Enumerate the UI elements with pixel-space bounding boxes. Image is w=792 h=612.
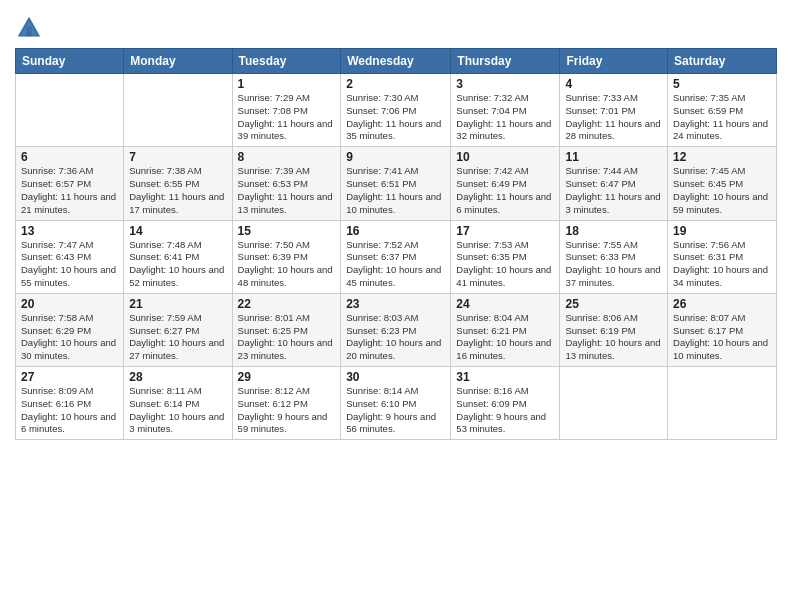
day-info: Sunrise: 8:07 AM Sunset: 6:17 PM Dayligh…: [673, 312, 771, 363]
day-number: 21: [129, 297, 226, 311]
day-number: 4: [565, 77, 662, 91]
day-number: 13: [21, 224, 118, 238]
day-number: 1: [238, 77, 336, 91]
day-number: 23: [346, 297, 445, 311]
weekday-header-thursday: Thursday: [451, 49, 560, 74]
day-info: Sunrise: 8:09 AM Sunset: 6:16 PM Dayligh…: [21, 385, 118, 436]
day-number: 8: [238, 150, 336, 164]
day-number: 30: [346, 370, 445, 384]
day-info: Sunrise: 7:35 AM Sunset: 6:59 PM Dayligh…: [673, 92, 771, 143]
day-info: Sunrise: 7:53 AM Sunset: 6:35 PM Dayligh…: [456, 239, 554, 290]
day-number: 5: [673, 77, 771, 91]
day-number: 16: [346, 224, 445, 238]
page: SundayMondayTuesdayWednesdayThursdayFrid…: [0, 0, 792, 612]
calendar-cell: 15Sunrise: 7:50 AM Sunset: 6:39 PM Dayli…: [232, 220, 341, 293]
week-row-1: 1Sunrise: 7:29 AM Sunset: 7:08 PM Daylig…: [16, 74, 777, 147]
day-info: Sunrise: 7:52 AM Sunset: 6:37 PM Dayligh…: [346, 239, 445, 290]
day-info: Sunrise: 7:55 AM Sunset: 6:33 PM Dayligh…: [565, 239, 662, 290]
day-info: Sunrise: 7:59 AM Sunset: 6:27 PM Dayligh…: [129, 312, 226, 363]
calendar-cell: 20Sunrise: 7:58 AM Sunset: 6:29 PM Dayli…: [16, 293, 124, 366]
calendar-cell: 5Sunrise: 7:35 AM Sunset: 6:59 PM Daylig…: [668, 74, 777, 147]
day-info: Sunrise: 7:33 AM Sunset: 7:01 PM Dayligh…: [565, 92, 662, 143]
day-number: 7: [129, 150, 226, 164]
calendar-cell: [668, 367, 777, 440]
day-info: Sunrise: 8:06 AM Sunset: 6:19 PM Dayligh…: [565, 312, 662, 363]
day-number: 18: [565, 224, 662, 238]
weekday-header-saturday: Saturday: [668, 49, 777, 74]
logo-icon: [15, 14, 43, 42]
day-number: 24: [456, 297, 554, 311]
day-number: 12: [673, 150, 771, 164]
day-info: Sunrise: 8:16 AM Sunset: 6:09 PM Dayligh…: [456, 385, 554, 436]
calendar-cell: 17Sunrise: 7:53 AM Sunset: 6:35 PM Dayli…: [451, 220, 560, 293]
week-row-5: 27Sunrise: 8:09 AM Sunset: 6:16 PM Dayli…: [16, 367, 777, 440]
calendar-table: SundayMondayTuesdayWednesdayThursdayFrid…: [15, 48, 777, 440]
week-row-3: 13Sunrise: 7:47 AM Sunset: 6:43 PM Dayli…: [16, 220, 777, 293]
day-info: Sunrise: 7:44 AM Sunset: 6:47 PM Dayligh…: [565, 165, 662, 216]
day-info: Sunrise: 7:56 AM Sunset: 6:31 PM Dayligh…: [673, 239, 771, 290]
header: [15, 10, 777, 42]
calendar-cell: 10Sunrise: 7:42 AM Sunset: 6:49 PM Dayli…: [451, 147, 560, 220]
weekday-header-sunday: Sunday: [16, 49, 124, 74]
day-info: Sunrise: 7:58 AM Sunset: 6:29 PM Dayligh…: [21, 312, 118, 363]
day-number: 10: [456, 150, 554, 164]
day-number: 11: [565, 150, 662, 164]
day-info: Sunrise: 8:12 AM Sunset: 6:12 PM Dayligh…: [238, 385, 336, 436]
calendar-cell: 8Sunrise: 7:39 AM Sunset: 6:53 PM Daylig…: [232, 147, 341, 220]
calendar-cell: 28Sunrise: 8:11 AM Sunset: 6:14 PM Dayli…: [124, 367, 232, 440]
day-info: Sunrise: 7:39 AM Sunset: 6:53 PM Dayligh…: [238, 165, 336, 216]
day-number: 19: [673, 224, 771, 238]
weekday-header-friday: Friday: [560, 49, 668, 74]
day-info: Sunrise: 8:04 AM Sunset: 6:21 PM Dayligh…: [456, 312, 554, 363]
calendar-cell: 14Sunrise: 7:48 AM Sunset: 6:41 PM Dayli…: [124, 220, 232, 293]
calendar-cell: 27Sunrise: 8:09 AM Sunset: 6:16 PM Dayli…: [16, 367, 124, 440]
calendar-cell: 23Sunrise: 8:03 AM Sunset: 6:23 PM Dayli…: [341, 293, 451, 366]
calendar-cell: 19Sunrise: 7:56 AM Sunset: 6:31 PM Dayli…: [668, 220, 777, 293]
calendar-cell: 16Sunrise: 7:52 AM Sunset: 6:37 PM Dayli…: [341, 220, 451, 293]
calendar-cell: 7Sunrise: 7:38 AM Sunset: 6:55 PM Daylig…: [124, 147, 232, 220]
calendar-cell: 4Sunrise: 7:33 AM Sunset: 7:01 PM Daylig…: [560, 74, 668, 147]
calendar-cell: 2Sunrise: 7:30 AM Sunset: 7:06 PM Daylig…: [341, 74, 451, 147]
day-number: 2: [346, 77, 445, 91]
day-info: Sunrise: 7:47 AM Sunset: 6:43 PM Dayligh…: [21, 239, 118, 290]
day-number: 26: [673, 297, 771, 311]
calendar-cell: 25Sunrise: 8:06 AM Sunset: 6:19 PM Dayli…: [560, 293, 668, 366]
day-number: 14: [129, 224, 226, 238]
day-number: 15: [238, 224, 336, 238]
day-info: Sunrise: 7:36 AM Sunset: 6:57 PM Dayligh…: [21, 165, 118, 216]
week-row-2: 6Sunrise: 7:36 AM Sunset: 6:57 PM Daylig…: [16, 147, 777, 220]
day-number: 31: [456, 370, 554, 384]
day-number: 22: [238, 297, 336, 311]
calendar-cell: 22Sunrise: 8:01 AM Sunset: 6:25 PM Dayli…: [232, 293, 341, 366]
calendar-cell: 30Sunrise: 8:14 AM Sunset: 6:10 PM Dayli…: [341, 367, 451, 440]
weekday-header-tuesday: Tuesday: [232, 49, 341, 74]
day-info: Sunrise: 7:29 AM Sunset: 7:08 PM Dayligh…: [238, 92, 336, 143]
calendar-cell: 31Sunrise: 8:16 AM Sunset: 6:09 PM Dayli…: [451, 367, 560, 440]
day-number: 20: [21, 297, 118, 311]
weekday-header-monday: Monday: [124, 49, 232, 74]
day-info: Sunrise: 7:41 AM Sunset: 6:51 PM Dayligh…: [346, 165, 445, 216]
day-info: Sunrise: 8:03 AM Sunset: 6:23 PM Dayligh…: [346, 312, 445, 363]
calendar-cell: 26Sunrise: 8:07 AM Sunset: 6:17 PM Dayli…: [668, 293, 777, 366]
calendar-cell: 29Sunrise: 8:12 AM Sunset: 6:12 PM Dayli…: [232, 367, 341, 440]
day-number: 28: [129, 370, 226, 384]
svg-rect-2: [26, 27, 32, 37]
calendar-cell: 6Sunrise: 7:36 AM Sunset: 6:57 PM Daylig…: [16, 147, 124, 220]
day-info: Sunrise: 7:45 AM Sunset: 6:45 PM Dayligh…: [673, 165, 771, 216]
day-info: Sunrise: 7:32 AM Sunset: 7:04 PM Dayligh…: [456, 92, 554, 143]
day-info: Sunrise: 8:14 AM Sunset: 6:10 PM Dayligh…: [346, 385, 445, 436]
day-number: 3: [456, 77, 554, 91]
day-info: Sunrise: 8:01 AM Sunset: 6:25 PM Dayligh…: [238, 312, 336, 363]
calendar-cell: 9Sunrise: 7:41 AM Sunset: 6:51 PM Daylig…: [341, 147, 451, 220]
day-number: 6: [21, 150, 118, 164]
calendar-cell: [124, 74, 232, 147]
calendar-cell: [560, 367, 668, 440]
weekday-header-row: SundayMondayTuesdayWednesdayThursdayFrid…: [16, 49, 777, 74]
weekday-header-wednesday: Wednesday: [341, 49, 451, 74]
calendar-cell: 24Sunrise: 8:04 AM Sunset: 6:21 PM Dayli…: [451, 293, 560, 366]
day-number: 29: [238, 370, 336, 384]
calendar-cell: 1Sunrise: 7:29 AM Sunset: 7:08 PM Daylig…: [232, 74, 341, 147]
calendar-cell: 21Sunrise: 7:59 AM Sunset: 6:27 PM Dayli…: [124, 293, 232, 366]
calendar-cell: 13Sunrise: 7:47 AM Sunset: 6:43 PM Dayli…: [16, 220, 124, 293]
calendar-cell: 18Sunrise: 7:55 AM Sunset: 6:33 PM Dayli…: [560, 220, 668, 293]
